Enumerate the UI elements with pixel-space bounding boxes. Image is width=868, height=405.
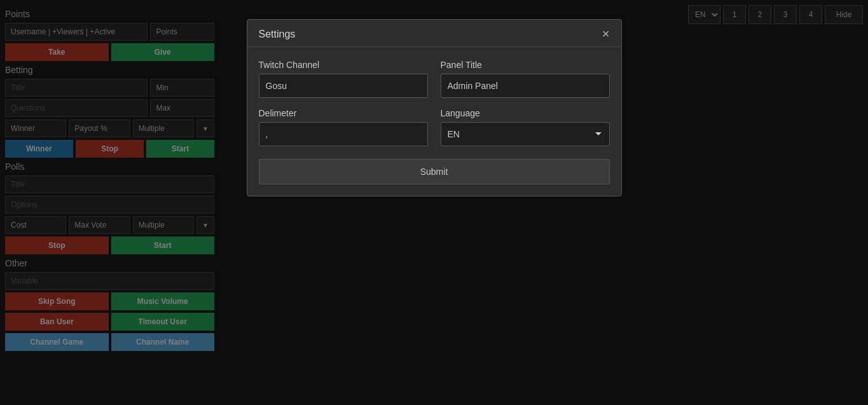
delimiter-label: Delimeter — [259, 108, 428, 118]
modal-header: Settings ✕ — [247, 20, 621, 47]
language-select-modal[interactable]: EN — [441, 122, 610, 146]
language-group: Language EN — [441, 108, 610, 146]
twitch-channel-input[interactable] — [259, 74, 428, 98]
settings-modal: Settings ✕ Twitch Channel Panel Title De… — [247, 19, 622, 196]
twitch-channel-label: Twitch Channel — [259, 60, 428, 70]
panel-title-group: Panel Title — [441, 60, 610, 98]
delimiter-input[interactable] — [259, 122, 428, 146]
panel-title-label: Panel Title — [441, 60, 610, 70]
modal-body: Twitch Channel Panel Title Delimeter Lan… — [247, 47, 621, 159]
delimiter-group: Delimeter — [259, 108, 428, 146]
panel-title-input[interactable] — [441, 74, 610, 98]
modal-close-button[interactable]: ✕ — [602, 29, 610, 39]
twitch-channel-group: Twitch Channel — [259, 60, 428, 98]
language-label: Language — [441, 108, 610, 118]
settings-form: Twitch Channel Panel Title Delimeter Lan… — [259, 60, 610, 146]
submit-button[interactable]: Submit — [259, 159, 610, 184]
modal-overlay: Settings ✕ Twitch Channel Panel Title De… — [0, 0, 868, 405]
modal-footer: Submit — [247, 159, 621, 196]
modal-title: Settings — [259, 29, 296, 40]
